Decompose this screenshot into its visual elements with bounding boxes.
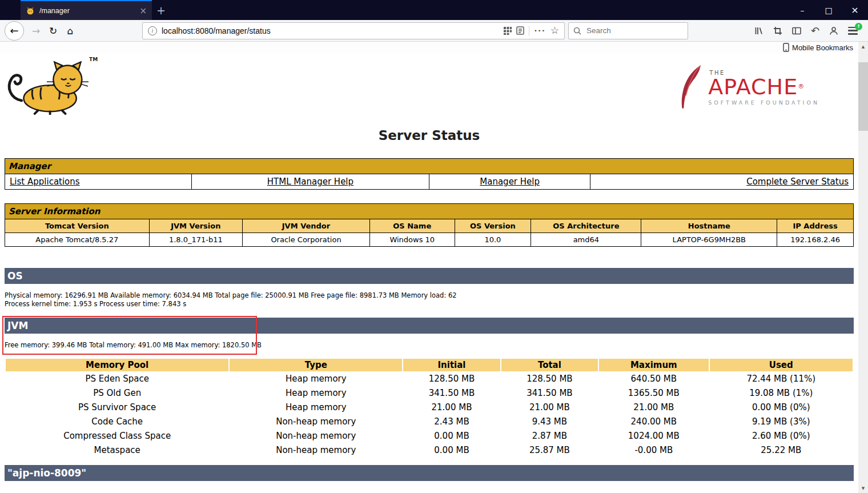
table-cell: Heap memory	[230, 372, 402, 386]
manager-help-link[interactable]: Manager Help	[480, 177, 540, 187]
back-button[interactable]: ←	[5, 21, 24, 41]
complete-server-status-link[interactable]: Complete Server Status	[746, 177, 849, 187]
scroll-up-icon[interactable]: ▲	[858, 42, 868, 51]
os-memory-line: Physical memory: 16296.91 MB Available m…	[5, 291, 854, 300]
tomcat-cat-icon	[5, 58, 99, 115]
table-cell: 0.00 MB	[403, 429, 500, 443]
table-cell: Apache Tomcat/8.5.27	[5, 233, 150, 247]
manager-section-header: Manager	[5, 159, 854, 174]
column-header: OS Architecture	[531, 219, 641, 233]
table-cell: 2.87 MB	[501, 429, 598, 443]
os-process-line: Process kernel time: 1.953 s Process use…	[5, 300, 854, 308]
menu-icon[interactable]: ↑	[848, 27, 858, 35]
registered-mark: ®	[798, 83, 805, 90]
update-badge-icon: ↑	[855, 23, 862, 30]
table-cell: 9.43 MB	[501, 415, 598, 428]
forward-button[interactable]: →	[27, 22, 45, 39]
table-row: Server Information	[5, 204, 854, 219]
phone-icon	[783, 43, 789, 52]
table-cell: 72.44 MB (11%)	[710, 372, 853, 386]
browser-window: /manager × + – □ × ← → ↻ ⌂ i ••• ☆	[0, 0, 868, 493]
account-icon[interactable]	[829, 26, 838, 35]
reload-button[interactable]: ↻	[45, 22, 62, 39]
table-row: Code Cache Non-heap memory 2.43 MB 9.43 …	[6, 415, 853, 428]
close-button[interactable]: ×	[842, 0, 868, 20]
table-cell: 2.60 MB (0%)	[710, 429, 853, 443]
table-cell: 2.43 MB	[403, 415, 500, 428]
scrollbar[interactable]: ▲ ▼	[858, 42, 868, 493]
table-cell: 341.50 MB	[403, 386, 500, 400]
table-cell: 128.50 MB	[501, 372, 598, 386]
home-button[interactable]: ⌂	[62, 22, 79, 39]
search-input[interactable]	[585, 26, 683, 35]
table-cell: Heap memory	[230, 400, 402, 414]
toolbar-icons: ↶ ↑	[754, 26, 858, 36]
list-applications-link[interactable]: List Applications	[10, 177, 80, 187]
table-cell: 341.50 MB	[501, 386, 598, 400]
reader-mode-icon[interactable]	[516, 26, 524, 35]
column-header: OS Name	[369, 219, 455, 233]
screenshot-icon[interactable]	[773, 26, 782, 35]
search-bar[interactable]	[568, 22, 688, 39]
table-cell: Non-heap memory	[230, 429, 402, 443]
column-header: Total	[501, 359, 598, 371]
browser-tab[interactable]: /manager ×	[21, 0, 152, 20]
apache-feather-icon	[678, 65, 702, 110]
tab-close-icon[interactable]: ×	[139, 6, 147, 16]
new-tab-button[interactable]: +	[152, 0, 170, 20]
column-header: Hostname	[641, 219, 777, 233]
maximize-button[interactable]: □	[815, 0, 842, 20]
table-cell: 10.0	[455, 233, 531, 247]
table-cell: Code Cache	[6, 415, 228, 428]
table-cell: 1024.00 MB	[599, 429, 708, 443]
table-cell: Heap memory	[230, 386, 402, 400]
table-cell: 1365.50 MB	[599, 386, 708, 400]
grid-icon[interactable]	[503, 26, 512, 35]
table-row: PS Old Gen Heap memory 341.50 MB 341.50 …	[6, 386, 853, 400]
table-cell: 19.08 MB (1%)	[710, 386, 853, 400]
table-row: Apache Tomcat/8.5.27 1.8.0_171-b11 Oracl…	[5, 233, 854, 247]
bookmark-star-icon[interactable]: ☆	[550, 26, 559, 35]
scroll-down-icon[interactable]: ▼	[858, 483, 868, 493]
jvm-section-header: JVM	[5, 318, 854, 334]
table-cell: Compressed Class Space	[6, 429, 228, 443]
table-cell: 128.50 MB	[403, 372, 500, 386]
connector-section-header: "ajp-nio-8009"	[5, 465, 854, 481]
table-row: PS Eden Space Heap memory 128.50 MB 128.…	[6, 372, 853, 386]
table-cell: 25.87 MB	[501, 443, 598, 457]
column-header: Used	[710, 359, 853, 371]
undo-icon[interactable]: ↶	[811, 26, 819, 36]
url-bar[interactable]: i ••• ☆	[142, 22, 565, 39]
titlebar: /manager × + – □ ×	[0, 0, 868, 20]
scrollbar-thumb[interactable]	[858, 62, 868, 131]
minimize-button[interactable]: –	[789, 0, 815, 20]
tomcat-favicon	[26, 6, 35, 15]
table-cell: 21.00 MB	[403, 400, 500, 414]
server-information-table: Server Information Tomcat Version JVM Ve…	[5, 203, 854, 247]
url-input[interactable]	[162, 26, 499, 35]
table-cell: LAPTOP-6G9MH2BB	[641, 233, 777, 247]
table-cell: 0.00 MB (0%)	[710, 400, 853, 414]
table-cell: 0.00 MB	[403, 443, 500, 457]
scrollbar-track[interactable]	[858, 51, 868, 483]
html-manager-help-link[interactable]: HTML Manager Help	[267, 177, 353, 187]
table-cell: Non-heap memory	[230, 415, 402, 428]
column-header: IP Address	[777, 219, 854, 233]
library-icon[interactable]	[754, 26, 763, 35]
window-controls: – □ ×	[789, 0, 868, 20]
memory-pool-table: Memory Pool Type Initial Total Maximum U…	[5, 358, 854, 458]
column-header: JVM Version	[149, 219, 242, 233]
urlbar-separator	[529, 26, 529, 36]
tab-title: /manager	[39, 7, 135, 15]
page-actions-icon[interactable]: •••	[534, 28, 545, 34]
table-row: PS Survivor Space Heap memory 21.00 MB 2…	[6, 400, 853, 414]
table-cell: 1.8.0_171-b11	[149, 233, 242, 247]
column-header: JVM Vendor	[243, 219, 370, 233]
mobile-bookmarks-label: Mobile Bookmarks	[792, 43, 853, 52]
table-cell: PS Survivor Space	[6, 400, 228, 414]
mobile-bookmarks-item[interactable]: Mobile Bookmarks	[783, 43, 853, 52]
site-info-icon[interactable]: i	[148, 26, 157, 35]
sidebar-icon[interactable]	[792, 26, 801, 35]
apache-subtitle-label: SOFTWARE FOUNDATION	[708, 99, 819, 106]
table-cell: amd64	[531, 233, 641, 247]
